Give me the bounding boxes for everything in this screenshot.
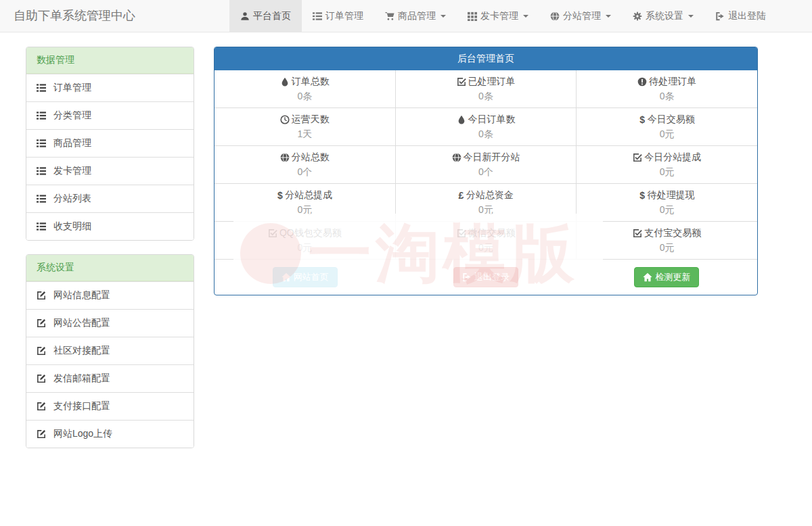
sidebar-item-orders[interactable]: 订单管理 bbox=[26, 74, 194, 101]
nav-item-label: 分站管理 bbox=[563, 10, 601, 22]
stat-label: 分站总数 bbox=[280, 151, 330, 164]
sidebar-panel-data-management: 数据管理订单管理分类管理商品管理发卡管理分站列表收支明细 bbox=[26, 47, 194, 241]
nav-item-card-management[interactable]: 发卡管理 bbox=[457, 0, 539, 32]
stat-label-text: 已处理订单 bbox=[468, 76, 516, 88]
signout-icon bbox=[462, 272, 472, 282]
nav-item-substation-management[interactable]: 分站管理 bbox=[539, 0, 622, 32]
stat-cell-pending-withdrawals: $待处理提现0元 bbox=[576, 184, 757, 221]
stat-cell-today-substation-commission: 今日分站提成0元 bbox=[576, 146, 757, 183]
checksq-icon bbox=[633, 229, 642, 238]
stat-label-text: 微信交易额 bbox=[468, 227, 516, 239]
navbar-items: 平台首页订单管理商品管理发卡管理分站管理系统设置退出登陆 bbox=[229, 0, 777, 32]
stat-cell-pending-orders: 待处理订单0条 bbox=[576, 70, 757, 107]
stat-value: 0元 bbox=[297, 204, 312, 216]
caret-down-icon bbox=[441, 15, 446, 18]
actions-row: 网站首页退出登录检测更新 bbox=[215, 259, 757, 295]
stat-label-text: 分站总资金 bbox=[466, 189, 514, 201]
stat-label-text: 今日新开分站 bbox=[464, 151, 520, 164]
stat-label-text: QQ钱包交易额 bbox=[279, 227, 342, 239]
stat-cell-processed-orders: 已处理订单0条 bbox=[395, 70, 577, 107]
sidebar-item-payment-config[interactable]: 支付接口配置 bbox=[26, 392, 194, 420]
caret-down-icon bbox=[523, 15, 528, 18]
stats-row: 订单总数0条已处理订单0条待处理订单0条 bbox=[215, 70, 757, 107]
action-cell: 网站首页 bbox=[215, 267, 395, 287]
stat-cell-substation-funds: £分站总资金0元 bbox=[395, 184, 577, 221]
stat-cell-days-running: 运营天数1天 bbox=[215, 108, 395, 145]
button-label: 检测更新 bbox=[655, 271, 690, 283]
stat-cell-wechat-volume: 微信交易额0元 bbox=[395, 222, 577, 259]
nav-item-label: 商品管理 bbox=[398, 10, 436, 22]
top-navbar: 自助下单系统管理中心 平台首页订单管理商品管理发卡管理分站管理系统设置退出登陆 bbox=[0, 0, 812, 32]
sidebar-item-label: 订单管理 bbox=[53, 82, 91, 94]
edit-icon bbox=[37, 318, 46, 328]
stat-label: 运营天数 bbox=[280, 114, 330, 126]
sidebar-item-logo-upload[interactable]: 网站Logo上传 bbox=[26, 420, 194, 448]
checksq-icon bbox=[268, 229, 277, 238]
stat-label: QQ钱包交易额 bbox=[268, 227, 342, 239]
stats-table: 订单总数0条已处理订单0条待处理订单0条运营天数1天今日订单数0条$今日交易额0… bbox=[215, 70, 757, 259]
sidebar-item-email-config[interactable]: 发信邮箱配置 bbox=[26, 364, 194, 392]
sidebar-item-community-config[interactable]: 社区对接配置 bbox=[26, 337, 194, 364]
stat-value: 0条 bbox=[660, 91, 675, 103]
stat-value: 0条 bbox=[478, 91, 493, 103]
sidebar-item-label: 网站Logo上传 bbox=[53, 428, 112, 440]
action-cell: 退出登录 bbox=[395, 267, 576, 287]
sidebar-item-finance[interactable]: 收支明细 bbox=[26, 212, 194, 240]
sidebar-item-notice-config[interactable]: 网站公告配置 bbox=[26, 309, 194, 337]
sidebar-item-label: 商品管理 bbox=[53, 137, 91, 149]
stat-value: 0个 bbox=[478, 166, 493, 178]
sidebar-item-substations[interactable]: 分站列表 bbox=[26, 185, 194, 212]
list-icon bbox=[37, 83, 46, 93]
logout-button[interactable]: 退出登录 bbox=[453, 267, 518, 287]
sidebar-item-cards[interactable]: 发卡管理 bbox=[26, 157, 194, 185]
stat-cell-today-new-substations: 今日新开分站0个 bbox=[395, 146, 577, 183]
stat-label-text: 分站总提成 bbox=[285, 189, 332, 201]
stat-label: 今日订单数 bbox=[457, 114, 516, 126]
nav-item-label: 平台首页 bbox=[253, 10, 291, 22]
main-area: 后台管理首页 订单总数0条已处理订单0条待处理订单0条运营天数1天今日订单数0条… bbox=[214, 47, 758, 295]
sidebar-item-label: 收支明细 bbox=[53, 220, 91, 233]
nav-item-platform-home[interactable]: 平台首页 bbox=[229, 0, 302, 32]
nav-item-system-settings[interactable]: 系统设置 bbox=[622, 0, 704, 32]
panel-title: 后台管理首页 bbox=[215, 47, 757, 70]
stat-label: $待处理提现 bbox=[639, 189, 695, 201]
edit-icon bbox=[37, 346, 46, 356]
checksq-icon bbox=[457, 229, 466, 238]
stat-label: £分站总资金 bbox=[458, 189, 514, 201]
site-home-button[interactable]: 网站首页 bbox=[273, 267, 338, 287]
dollar-icon: $ bbox=[277, 191, 283, 200]
check-update-button[interactable]: 检测更新 bbox=[634, 267, 699, 287]
stats-row: 运营天数1天今日订单数0条$今日交易额0元 bbox=[215, 107, 757, 145]
sidebar-item-info-config[interactable]: 网站信息配置 bbox=[26, 281, 194, 309]
stat-cell-today-orders: 今日订单数0条 bbox=[395, 108, 577, 145]
stat-label: 已处理订单 bbox=[457, 76, 516, 88]
stat-value: 0元 bbox=[478, 242, 493, 254]
sidebar-item-products[interactable]: 商品管理 bbox=[26, 129, 194, 157]
sidebar-item-categories[interactable]: 分类管理 bbox=[26, 101, 194, 129]
list-icon bbox=[313, 11, 322, 21]
edit-icon bbox=[37, 429, 46, 439]
stat-cell-total-orders: 订单总数0条 bbox=[215, 70, 395, 107]
stat-label: $分站总提成 bbox=[277, 189, 332, 201]
sidebar-item-label: 网站公告配置 bbox=[53, 317, 110, 329]
stat-cell-qq-wallet-volume: QQ钱包交易额0元 bbox=[215, 222, 395, 259]
stat-cell-alipay-volume: 支付宝交易额0元 bbox=[576, 222, 757, 259]
nav-item-order-management[interactable]: 订单管理 bbox=[302, 0, 374, 32]
dashboard-panel: 后台管理首页 订单总数0条已处理订单0条待处理订单0条运营天数1天今日订单数0条… bbox=[214, 47, 758, 295]
sidebar-item-label: 支付接口配置 bbox=[53, 400, 110, 412]
list-icon bbox=[37, 139, 46, 148]
cart-icon bbox=[385, 11, 394, 21]
sidebar-item-label: 发信邮箱配置 bbox=[53, 373, 110, 385]
stat-label-text: 今日订单数 bbox=[468, 114, 516, 126]
nav-item-product-management[interactable]: 商品管理 bbox=[374, 0, 457, 32]
stat-cell-today-volume: $今日交易额0元 bbox=[576, 108, 757, 145]
nav-item-label: 系统设置 bbox=[646, 10, 683, 22]
stat-value: 0元 bbox=[660, 204, 675, 216]
stat-label-text: 待处理订单 bbox=[649, 76, 696, 88]
nav-item-logout[interactable]: 退出登陆 bbox=[704, 0, 777, 32]
stat-value: 0元 bbox=[660, 128, 675, 141]
action-cell: 检测更新 bbox=[577, 267, 757, 287]
stat-label-text: 支付宝交易额 bbox=[644, 227, 701, 239]
stats-row: $分站总提成0元£分站总资金0元$待处理提现0元 bbox=[215, 183, 757, 221]
stat-label-text: 今日交易额 bbox=[648, 114, 695, 126]
